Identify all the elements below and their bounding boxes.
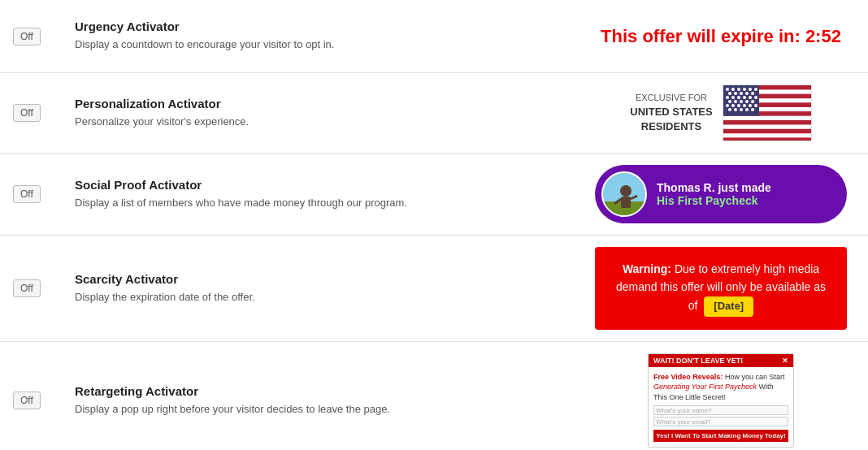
retargeting-link1: Free Video Reveals: <box>653 373 723 381</box>
social-proof-text-col: Social Proof Activator Display a list of… <box>62 178 587 211</box>
retargeting-popup-header: WAIT! DON'T LEAVE YET! ✕ <box>649 354 793 367</box>
personalization-text-col: Personalization Activator Personalize yo… <box>62 97 587 130</box>
retargeting-text-col: Retargeting Activator Display a pop up r… <box>62 384 587 418</box>
personalization-toggle[interactable]: Off <box>13 104 41 122</box>
svg-point-26 <box>731 96 735 99</box>
svg-point-27 <box>737 96 740 99</box>
svg-rect-11 <box>723 133 812 137</box>
social-proof-desc: Display a list of members who have made … <box>75 195 574 211</box>
social-proof-toggle-col: Off <box>13 185 62 203</box>
svg-rect-7 <box>723 116 812 120</box>
social-proof-title: Social Proof Activator <box>75 178 574 192</box>
urgency-toggle-col: Off <box>13 28 62 45</box>
retargeting-popup-body: Free Video Reveals: How you can Start Ge… <box>649 367 793 448</box>
svg-point-42 <box>728 108 731 111</box>
svg-point-25 <box>726 96 729 99</box>
svg-point-16 <box>737 88 740 91</box>
scarcity-toggle-col: Off <box>13 279 62 297</box>
social-proof-preview: Thomas R. just made His First Paycheck <box>587 165 855 223</box>
social-proof-toggle[interactable]: Off <box>13 185 41 203</box>
urgency-toggle[interactable]: Off <box>13 28 41 45</box>
urgency-desc: Display a countdown to encourage your vi… <box>75 37 574 53</box>
scarcity-banner: Warning: Due to extremely high media dem… <box>595 247 847 330</box>
personalization-desc: Personalize your visitor's experience. <box>75 114 574 130</box>
avatar <box>601 171 647 217</box>
scarcity-date-pill: [Date] <box>704 296 753 317</box>
us-exclusive-container: EXCLUSIVE FOR UNITED STATES RESIDENTS <box>630 84 811 141</box>
scarcity-title: Scarcity Activator <box>75 272 574 286</box>
svg-point-23 <box>745 92 749 95</box>
svg-point-17 <box>743 88 746 91</box>
personalization-toggle-col: Off <box>13 104 62 122</box>
exclusive-for-label: EXCLUSIVE FOR <box>630 92 712 104</box>
svg-point-35 <box>751 100 754 103</box>
scarcity-desc: Display the expiration date of the offer… <box>75 289 574 305</box>
retargeting-cta-button[interactable]: Yes! I Want To Start Making Money Today! <box>653 430 788 442</box>
svg-point-15 <box>731 88 735 91</box>
retargeting-italic: Generating Your First Paycheck <box>653 383 757 391</box>
retargeting-body-text1: How you can Start <box>723 373 784 381</box>
svg-point-19 <box>754 88 757 91</box>
social-proof-name: Thomas R. just made <box>657 181 771 194</box>
svg-point-36 <box>726 104 729 107</box>
social-proof-text-area: Thomas R. just made His First Paycheck <box>657 181 771 207</box>
retargeting-name-placeholder: What's your name? <box>654 406 714 415</box>
personalization-title: Personalization Activator <box>75 97 574 110</box>
retargeting-email-input[interactable]: What's your email? <box>653 417 788 426</box>
urgency-timer-text: This offer will expire in: 2:52 <box>601 26 841 47</box>
scarcity-warning-label: Warning: Due to extremely high media dem… <box>616 262 826 312</box>
svg-point-21 <box>734 92 737 95</box>
svg-point-34 <box>745 100 749 103</box>
urgency-title: Urgency Activator <box>75 19 574 33</box>
retargeting-popup-text: Free Video Reveals: How you can Start Ge… <box>653 372 788 403</box>
svg-point-30 <box>754 96 757 99</box>
retargeting-row: Off Retargeting Activator Display a pop … <box>0 342 868 450</box>
svg-point-28 <box>743 96 746 99</box>
residents-label: RESIDENTS <box>630 119 712 134</box>
personalization-preview: EXCLUSIVE FOR UNITED STATES RESIDENTS <box>587 84 855 141</box>
svg-point-14 <box>726 88 729 91</box>
svg-point-49 <box>620 185 631 197</box>
svg-point-33 <box>740 100 743 103</box>
country-name-label: UNITED STATES <box>630 105 712 119</box>
svg-point-32 <box>734 100 737 103</box>
svg-point-41 <box>754 104 757 107</box>
scarcity-preview: Warning: Due to extremely high media dem… <box>587 247 855 330</box>
retargeting-preview: WAIT! DON'T LEAVE YET! ✕ Free Video Reve… <box>587 353 855 448</box>
retargeting-toggle-col: Off <box>13 392 62 409</box>
svg-point-46 <box>751 108 754 111</box>
retargeting-email-placeholder: What's your email? <box>654 418 713 426</box>
svg-point-38 <box>737 104 740 107</box>
us-exclusive-text: EXCLUSIVE FOR UNITED STATES RESIDENTS <box>630 92 712 134</box>
us-flag <box>723 84 812 141</box>
urgency-text-col: Urgency Activator Display a countdown to… <box>62 19 587 53</box>
svg-point-18 <box>749 88 752 91</box>
svg-rect-12 <box>723 138 812 141</box>
activators-list: Off Urgency Activator Display a countdow… <box>0 0 868 450</box>
retargeting-title: Retargeting Activator <box>75 384 574 398</box>
urgency-preview: This offer will expire in: 2:52 <box>587 26 855 47</box>
social-proof-banner: Thomas R. just made His First Paycheck <box>595 165 847 223</box>
personalization-row: Off Personalization Activator Personaliz… <box>0 73 868 154</box>
svg-point-22 <box>740 92 743 95</box>
svg-point-24 <box>751 92 754 95</box>
retargeting-desc: Display a pop up right before your visit… <box>75 401 574 418</box>
svg-point-45 <box>745 108 749 111</box>
svg-point-40 <box>749 104 752 107</box>
svg-rect-9 <box>723 124 812 128</box>
social-proof-action: His First Paycheck <box>657 194 771 207</box>
svg-point-39 <box>743 104 746 107</box>
scarcity-text-col: Scarcity Activator Display the expiratio… <box>62 272 587 305</box>
retargeting-close-icon: ✕ <box>782 357 788 365</box>
svg-point-31 <box>728 100 731 103</box>
scarcity-row: Off Scarcity Activator Display the expir… <box>0 236 868 342</box>
svg-rect-50 <box>621 197 631 208</box>
scarcity-toggle[interactable]: Off <box>13 279 41 297</box>
social-proof-row: Off Social Proof Activator Display a lis… <box>0 154 868 236</box>
svg-rect-8 <box>723 120 812 124</box>
retargeting-header-text: WAIT! DON'T LEAVE YET! <box>653 357 743 365</box>
svg-point-37 <box>731 104 735 107</box>
retargeting-toggle[interactable]: Off <box>13 392 41 409</box>
retargeting-name-input[interactable]: What's your name? <box>653 405 788 415</box>
svg-point-44 <box>740 108 743 111</box>
